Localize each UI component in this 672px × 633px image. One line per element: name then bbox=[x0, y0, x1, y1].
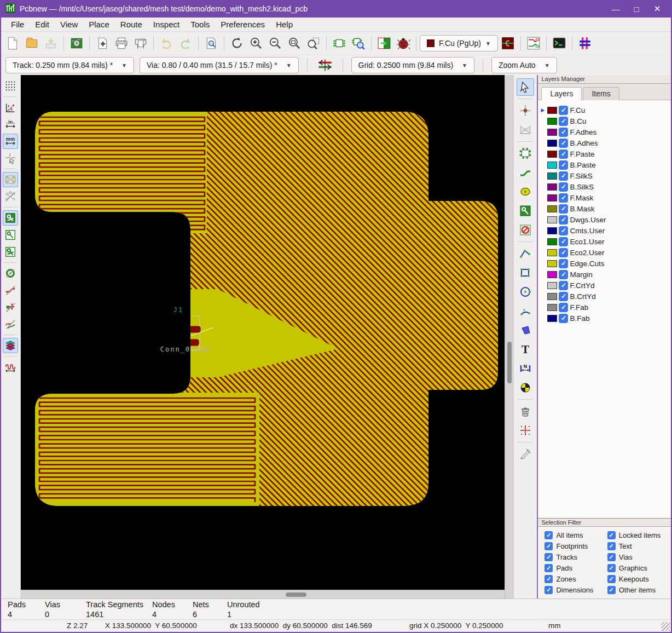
layer-color-swatch[interactable] bbox=[547, 227, 557, 234]
microwave-tool-button[interactable] bbox=[499, 34, 517, 53]
layer-color-swatch[interactable] bbox=[547, 129, 557, 136]
layer-visibility-checkbox[interactable]: ✓ bbox=[559, 303, 568, 312]
refresh-view-button[interactable] bbox=[228, 34, 246, 53]
drc-button[interactable] bbox=[394, 34, 413, 53]
track-width-dropdown[interactable]: Track: 0.250 mm (9.84 mils) * ▼ bbox=[5, 57, 134, 73]
board-setup-button[interactable] bbox=[67, 34, 86, 53]
layer-color-swatch[interactable] bbox=[547, 162, 557, 169]
filter-checkbox[interactable]: ✓ bbox=[607, 531, 616, 539]
layer-color-swatch[interactable] bbox=[547, 282, 557, 289]
layer-row-B.Paste[interactable]: ✓B.Paste bbox=[539, 159, 671, 170]
layer-color-swatch[interactable] bbox=[547, 260, 557, 267]
layer-row-Cmts.User[interactable]: ✓Cmts.User bbox=[539, 225, 671, 236]
close-button[interactable]: ✕ bbox=[648, 2, 667, 16]
layer-color-swatch[interactable] bbox=[547, 293, 557, 300]
add-text-button[interactable]: T bbox=[517, 341, 534, 358]
update-pcb-from-schematic-button[interactable] bbox=[375, 34, 393, 53]
menu-help[interactable]: Help bbox=[270, 19, 298, 30]
zone-fill-mode-button[interactable] bbox=[3, 210, 18, 226]
grid-dropdown[interactable]: Grid: 0.2500 mm (9.84 mils) ▼ bbox=[351, 57, 474, 73]
filter-item-pads[interactable]: ✓Pads bbox=[544, 564, 607, 572]
select-tool-button[interactable] bbox=[517, 78, 534, 96]
layer-selector-dropdown[interactable]: F.Cu (PgUp) ▼ bbox=[420, 35, 498, 51]
print-button[interactable] bbox=[112, 34, 131, 53]
local-ratsnest-button[interactable] bbox=[517, 121, 534, 139]
layer-color-swatch[interactable] bbox=[547, 315, 557, 322]
layer-row-Dwgs.User[interactable]: ✓Dwgs.User bbox=[539, 214, 671, 225]
menu-inspect[interactable]: Inspect bbox=[148, 19, 185, 30]
filter-checkbox[interactable]: ✓ bbox=[544, 575, 553, 583]
new-board-button[interactable] bbox=[3, 34, 22, 53]
zone-outline-mode-button[interactable] bbox=[3, 227, 18, 243]
filter-checkbox[interactable]: ✓ bbox=[544, 564, 553, 572]
menu-place[interactable]: Place bbox=[83, 19, 115, 30]
filter-item-dimensions[interactable]: ✓Dimensions bbox=[544, 586, 607, 594]
filter-checkbox[interactable]: ✓ bbox=[544, 553, 553, 561]
layer-row-F.CrtYd[interactable]: ✓F.CrtYd bbox=[539, 280, 671, 291]
add-graphic-polygon-button[interactable] bbox=[517, 321, 534, 339]
maximize-button[interactable]: □ bbox=[627, 2, 646, 16]
layer-color-swatch[interactable] bbox=[547, 205, 557, 212]
layer-row-B.Mask[interactable]: ✓B.Mask bbox=[539, 203, 671, 214]
layer-color-swatch[interactable] bbox=[547, 249, 557, 256]
filter-checkbox[interactable]: ✓ bbox=[607, 564, 616, 572]
layer-color-swatch[interactable] bbox=[547, 238, 557, 245]
layer-color-swatch[interactable] bbox=[547, 140, 557, 147]
undo-button[interactable] bbox=[157, 34, 176, 53]
horizontal-scrollbar-thumb[interactable] bbox=[286, 592, 306, 597]
layer-row-Margin[interactable]: ✓Margin bbox=[539, 269, 671, 280]
layer-visibility-checkbox[interactable]: ✓ bbox=[559, 182, 568, 192]
filter-item-keepouts[interactable]: ✓Keepouts bbox=[607, 575, 670, 583]
vertical-scrollbar[interactable] bbox=[505, 75, 513, 599]
menu-view[interactable]: View bbox=[55, 19, 83, 30]
horizontal-scrollbar[interactable] bbox=[21, 590, 505, 599]
filter-item-other-items[interactable]: ✓Other items bbox=[607, 586, 670, 594]
filter-item-vias[interactable]: ✓Vias bbox=[607, 553, 670, 561]
menu-tools[interactable]: Tools bbox=[185, 19, 215, 30]
menu-preferences[interactable]: Preferences bbox=[215, 19, 270, 30]
filter-item-text[interactable]: ✓Text bbox=[607, 542, 670, 550]
find-button[interactable] bbox=[202, 34, 221, 53]
add-target-button[interactable] bbox=[517, 379, 534, 396]
filter-checkbox[interactable]: ✓ bbox=[607, 553, 616, 561]
open-board-button[interactable] bbox=[22, 34, 41, 53]
layer-color-swatch[interactable] bbox=[547, 118, 557, 125]
zoom-dropdown[interactable]: Zoom Auto ▼ bbox=[491, 57, 557, 73]
layer-row-F.SilkS[interactable]: ✓F.SilkS bbox=[539, 170, 671, 181]
layer-visibility-checkbox[interactable]: ✓ bbox=[559, 248, 568, 257]
measure-button[interactable] bbox=[517, 445, 534, 463]
filter-item-zones[interactable]: ✓Zones bbox=[544, 575, 607, 583]
menu-edit[interactable]: Edit bbox=[30, 19, 55, 30]
layer-visibility-checkbox[interactable]: ✓ bbox=[559, 314, 568, 323]
layer-color-swatch[interactable] bbox=[547, 304, 557, 311]
layer-row-F.Fab[interactable]: ✓F.Fab bbox=[539, 302, 671, 313]
add-footprint-button[interactable] bbox=[517, 145, 534, 162]
filter-item-all-items[interactable]: ✓All items bbox=[544, 531, 607, 539]
layer-visibility-checkbox[interactable]: ✓ bbox=[559, 204, 568, 214]
zoom-in-button[interactable] bbox=[247, 34, 265, 53]
layer-color-swatch[interactable] bbox=[547, 183, 557, 191]
layer-row-F.Cu[interactable]: ▶✓F.Cu bbox=[539, 105, 671, 116]
graphic-sketch-mode-button[interactable] bbox=[3, 316, 18, 332]
grid-origin-button[interactable] bbox=[517, 422, 534, 439]
layer-color-swatch[interactable] bbox=[547, 271, 557, 278]
layer-visibility-checkbox[interactable]: ✓ bbox=[559, 149, 568, 159]
minimize-button[interactable]: — bbox=[606, 2, 625, 16]
pcb-canvas[interactable]: J1 Conn_01x06 bbox=[21, 75, 505, 590]
layer-row-B.Fab[interactable]: ✓B.Fab bbox=[539, 313, 671, 324]
layer-color-swatch[interactable] bbox=[547, 172, 557, 180]
layer-visibility-checkbox[interactable]: ✓ bbox=[559, 193, 568, 203]
page-settings-button[interactable] bbox=[93, 34, 112, 53]
microwave-tools-button[interactable] bbox=[3, 359, 18, 375]
layer-visibility-checkbox[interactable]: ✓ bbox=[559, 226, 568, 235]
units-inches-button[interactable]: in bbox=[3, 117, 18, 132]
route-tracks-button[interactable] bbox=[517, 164, 534, 181]
filter-checkbox[interactable]: ✓ bbox=[607, 586, 616, 594]
layer-visibility-checkbox[interactable]: ✓ bbox=[559, 128, 568, 137]
layer-row-Eco2.User[interactable]: ✓Eco2.User bbox=[539, 247, 671, 258]
add-via-button[interactable] bbox=[517, 183, 534, 200]
add-graphic-arc-button[interactable] bbox=[517, 302, 534, 320]
tab-items[interactable]: Items bbox=[583, 87, 619, 100]
layer-visibility-checkbox[interactable]: ✓ bbox=[559, 259, 568, 268]
filter-item-graphics[interactable]: ✓Graphics bbox=[607, 564, 670, 572]
